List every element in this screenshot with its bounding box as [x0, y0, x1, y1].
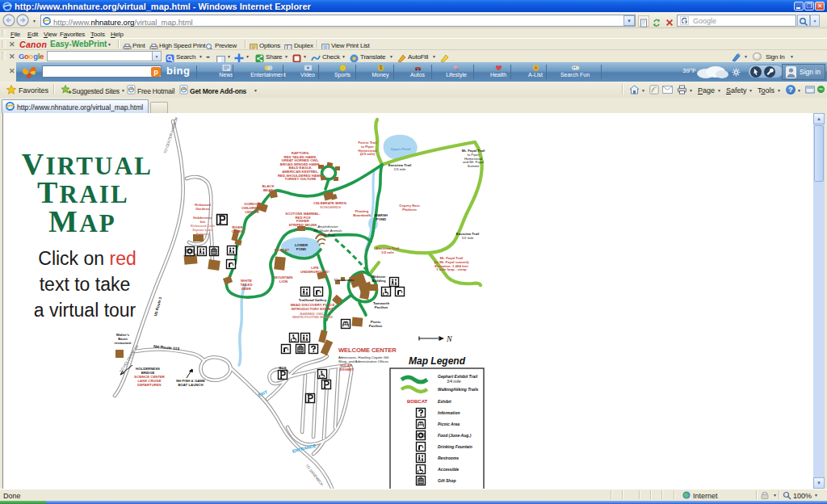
- svg-text:Eastview Trail1/3 mile: Eastview Trail1/3 mile: [388, 163, 411, 171]
- svg-text:Osprey NestPlatform: Osprey NestPlatform: [399, 204, 420, 212]
- svg-text:RIVEROTTER: RIVEROTTER: [232, 225, 244, 233]
- svg-text:LIFEUNDERGROUND!: LIFEUNDERGROUND!: [300, 266, 330, 274]
- svg-text:MARSHPOND: MARSHPOND: [375, 213, 388, 221]
- svg-text:PicnicPavilion: PicnicPavilion: [369, 320, 383, 328]
- svg-text:3/4 mile: 3/4 mile: [447, 379, 461, 384]
- svg-text:Picnic Area: Picnic Area: [438, 422, 460, 426]
- svg-text:text to take: text to take: [40, 274, 131, 295]
- svg-text:CELEBRATE BIRDS:SONGBIRDS: CELEBRATE BIRDS:SONGBIRDS: [313, 201, 348, 209]
- svg-text:Eastview Trail1/2 mile: Eastview Trail1/2 mile: [456, 232, 479, 240]
- svg-text:Admissions, Howling Coyote Gif: Admissions, Howling Coyote GiftShop, and…: [338, 355, 389, 363]
- svg-text:N: N: [446, 334, 453, 343]
- svg-text:BLACKBEAR: BLACKBEAR: [262, 184, 275, 192]
- svg-text:Accessible: Accessible: [437, 467, 459, 472]
- svg-text:a virtual tour: a virtual tour: [34, 300, 136, 321]
- svg-text:Eastview Trail1/2 mile: Eastview Trail1/2 mile: [376, 246, 399, 254]
- svg-text:MAP: MAP: [48, 204, 116, 238]
- svg-text:Classrooms: Classrooms: [334, 278, 355, 282]
- svg-text:NH FISH & GAMEBOAT LAUNCH: NH FISH & GAMEBOAT LAUNCH: [176, 379, 205, 387]
- svg-text:MOUNTAINLION: MOUNTAINLION: [275, 275, 293, 284]
- svg-text:TamworthPavilion: TamworthPavilion: [373, 301, 390, 309]
- svg-text:MEAD DISCOVERY PLACEINTRODUCTO: MEAD DISCOVERY PLACEINTRODUCTORY EXHIBIT…: [291, 303, 335, 319]
- svg-text:RAPTORS:RED TAILED HAWK,GREAT: RAPTORS:RED TAILED HAWK,GREAT HORNED OWL…: [278, 151, 323, 181]
- svg-text:Drinking Fountain: Drinking Fountain: [438, 444, 472, 449]
- svg-text:Food (June-Aug.): Food (June-Aug.): [438, 433, 472, 438]
- svg-text:A: A: [534, 65, 537, 70]
- svg-text:WebsterBuilding: WebsterBuilding: [372, 275, 386, 283]
- svg-text:Information: Information: [438, 410, 460, 415]
- svg-text:Mt. Fayal Trail(to Mt. Fayal s: Mt. Fayal Trail(to Mt. Fayal summit)Elev…: [434, 256, 470, 271]
- svg-text:HOLDERNESSBRIDGE: HOLDERNESSBRIDGE: [136, 367, 160, 375]
- svg-text:WELCOME CENTER: WELCOME CENTER: [338, 346, 397, 354]
- svg-text:$: $: [379, 65, 382, 70]
- svg-text:Map Legend: Map Legend: [409, 355, 466, 367]
- svg-text:FloatingBoardwalk: FloatingBoardwalk: [353, 209, 371, 217]
- svg-text:BOBCAT: BOBCAT: [275, 248, 289, 252]
- svg-text:GORDONCHILDREN'SCENTER: GORDONCHILDREN'SCENTER: [241, 202, 262, 214]
- svg-text:BUS: BUS: [279, 366, 286, 370]
- svg-text:Forest Trailto PiperHomestead(: Forest Trailto PiperHomestead(2/3 mile): [358, 141, 377, 156]
- svg-text:Trailhead Gallery: Trailhead Gallery: [299, 298, 327, 302]
- svg-text:Gift Shop: Gift Shop: [438, 478, 456, 483]
- svg-text:Walter'sBasinrestaurant: Walter'sBasinrestaurant: [114, 333, 132, 345]
- svg-text:Walking/Hiking Trails: Walking/Hiking Trails: [438, 387, 479, 392]
- svg-text:Exhibit: Exhibit: [438, 399, 451, 404]
- svg-text:BOBCAT: BOBCAT: [407, 399, 428, 404]
- svg-text:US Route 3: US Route 3: [153, 296, 162, 317]
- svg-text:KirkwoodGardens: KirkwoodGardens: [195, 203, 211, 211]
- svg-text:SOLAREXHIBIT: SOLAREXHIBIT: [340, 363, 354, 372]
- svg-text:SCIENCE CENTERLAKE CRUISEDEPAR: SCIENCE CENTERLAKE CRUISEDEPARTURES: [134, 375, 166, 387]
- svg-text:Click on red: Click on red: [38, 248, 136, 269]
- svg-text:SCOTONS MAMMAL:RED FOXFISHERST: SCOTONS MAMMAL:RED FOXFISHERSTRIPED SKUN…: [285, 212, 321, 227]
- svg-text:WHITETAILEDDEER: WHITETAILEDDEER: [240, 279, 252, 291]
- svg-text:Upper Pond: Upper Pond: [391, 147, 411, 151]
- svg-text:Restrooms: Restrooms: [438, 456, 459, 460]
